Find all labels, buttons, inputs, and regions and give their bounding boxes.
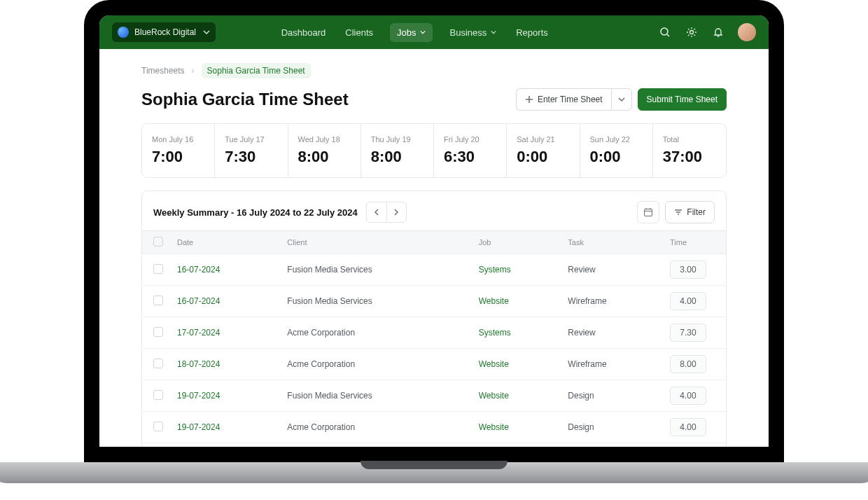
day-hours: 6:30: [444, 148, 496, 166]
nav-dashboard[interactable]: Dashboard: [279, 23, 329, 42]
row-checkbox[interactable]: [153, 390, 163, 400]
cell-time: [663, 412, 726, 443]
next-week-button[interactable]: [386, 202, 406, 222]
panel-actions: Filter: [637, 201, 715, 223]
cell-job: Systems: [472, 254, 561, 286]
col-task[interactable]: Task: [561, 231, 663, 254]
cell-date[interactable]: 16-07-2024: [170, 286, 280, 317]
nav-label: Reports: [516, 27, 548, 38]
org-switcher[interactable]: BlueRock Digital: [112, 22, 216, 42]
search-icon: [659, 27, 671, 38]
nav-jobs[interactable]: Jobs: [390, 23, 433, 42]
nav-label: Jobs: [397, 27, 416, 38]
button-label: Submit Time Sheet: [647, 95, 718, 104]
cell-date[interactable]: 20-07-2024: [170, 443, 280, 447]
plus-icon: [525, 95, 533, 104]
svg-point-1: [690, 31, 693, 34]
time-input[interactable]: [670, 355, 706, 373]
day-hours: 37:00: [663, 148, 716, 166]
cell-date[interactable]: 19-07-2024: [170, 380, 280, 412]
row-checkbox[interactable]: [153, 359, 163, 368]
settings-button[interactable]: [685, 25, 699, 39]
calendar-icon: [643, 207, 653, 217]
main-nav: Dashboard Clients Jobs Business Reports: [279, 23, 551, 42]
cell-client: Acme Corporation: [280, 349, 471, 380]
select-all-checkbox[interactable]: [153, 237, 163, 246]
enter-timesheet-button[interactable]: Enter Time Sheet: [516, 88, 611, 111]
nav-business[interactable]: Business: [447, 23, 499, 42]
job-link[interactable]: Website: [479, 296, 509, 306]
cell-task: Design: [561, 443, 663, 447]
submit-timesheet-button[interactable]: Submit Time Sheet: [638, 88, 727, 111]
cell-date[interactable]: 19-07-2024: [170, 412, 280, 443]
day-card: Fri July 20 6:30: [434, 124, 507, 177]
cell-date[interactable]: 18-07-2024: [170, 349, 280, 380]
row-checkbox[interactable]: [153, 327, 163, 337]
breadcrumb: Timesheets › Sophia Garcia Time Sheet: [141, 63, 727, 78]
org-name: BlueRock Digital: [134, 27, 196, 37]
job-link[interactable]: Website: [479, 359, 509, 369]
day-card: Sat July 21 0:00: [507, 124, 580, 177]
cell-client: Fusion Media Services: [280, 380, 471, 412]
job-link[interactable]: Website: [479, 422, 509, 432]
cell-job: Website: [472, 412, 561, 443]
prev-week-button[interactable]: [367, 202, 386, 222]
day-hours: 0:00: [590, 148, 643, 166]
breadcrumb-parent[interactable]: Timesheets: [141, 66, 185, 76]
day-hours: 8:00: [298, 148, 351, 166]
cell-task: Review: [561, 317, 663, 349]
topbar-actions: [658, 23, 756, 41]
nav-reports[interactable]: Reports: [513, 23, 551, 42]
day-card: Sun July 22 0:00: [580, 124, 653, 177]
row-checkbox[interactable]: [153, 296, 163, 305]
filter-button[interactable]: Filter: [665, 201, 715, 223]
device-frame: BlueRock Digital Dashboard Clients Jobs …: [70, 0, 798, 490]
day-hours: 0:00: [517, 148, 569, 166]
day-label: Fri July 20: [444, 135, 496, 144]
time-input[interactable]: [670, 387, 706, 405]
nav-clients[interactable]: Clients: [342, 23, 376, 42]
day-card: Thu July 19 8:00: [361, 124, 434, 177]
cell-date[interactable]: 16-07-2024: [170, 254, 280, 286]
table-row: 19-07-2024 Acme Corporation Website Desi…: [142, 412, 726, 443]
cell-client: Fusion Media Services: [280, 286, 471, 317]
time-input[interactable]: [670, 324, 706, 342]
day-hours: 7:30: [225, 148, 277, 166]
search-button[interactable]: [658, 25, 672, 39]
cell-time: [663, 349, 726, 380]
day-label: Mon July 16: [152, 135, 204, 144]
col-date[interactable]: Date: [170, 231, 280, 254]
job-link[interactable]: Website: [479, 391, 509, 401]
row-checkbox[interactable]: [153, 264, 163, 274]
cell-job: Website: [472, 349, 561, 380]
col-job[interactable]: Job: [472, 231, 561, 254]
row-checkbox[interactable]: [153, 422, 163, 431]
user-avatar[interactable]: [738, 23, 756, 41]
day-hours: 8:00: [371, 148, 424, 166]
cell-client: Fusion Media Services: [280, 254, 471, 286]
time-input[interactable]: [670, 292, 706, 310]
cell-client: Acme Corporation: [280, 412, 471, 443]
svg-rect-2: [645, 209, 652, 216]
nav-label: Clients: [345, 27, 373, 38]
col-client[interactable]: Client: [280, 231, 471, 254]
day-card: Mon July 16 7:00: [142, 124, 215, 177]
day-label: Sat July 21: [517, 135, 569, 144]
cell-date[interactable]: 17-07-2024: [170, 317, 280, 349]
cell-client: Fusion Media Services: [280, 443, 471, 447]
cell-task: Design: [561, 412, 663, 443]
job-link[interactable]: Systems: [479, 265, 511, 275]
enter-timesheet-menu[interactable]: [611, 88, 632, 111]
time-input[interactable]: [670, 261, 706, 279]
calendar-button[interactable]: [637, 201, 659, 223]
cell-client: Acme Corporation: [280, 317, 471, 349]
page-title: Sophia Garcia Time Sheet: [141, 90, 349, 109]
time-input[interactable]: [670, 418, 706, 436]
cell-time: [663, 443, 726, 447]
cell-task: Review: [561, 254, 663, 286]
nav-label: Dashboard: [281, 27, 326, 38]
cell-time: [663, 254, 726, 286]
notifications-button[interactable]: [711, 25, 725, 39]
col-time[interactable]: Time: [663, 231, 726, 254]
job-link[interactable]: Systems: [479, 328, 511, 338]
